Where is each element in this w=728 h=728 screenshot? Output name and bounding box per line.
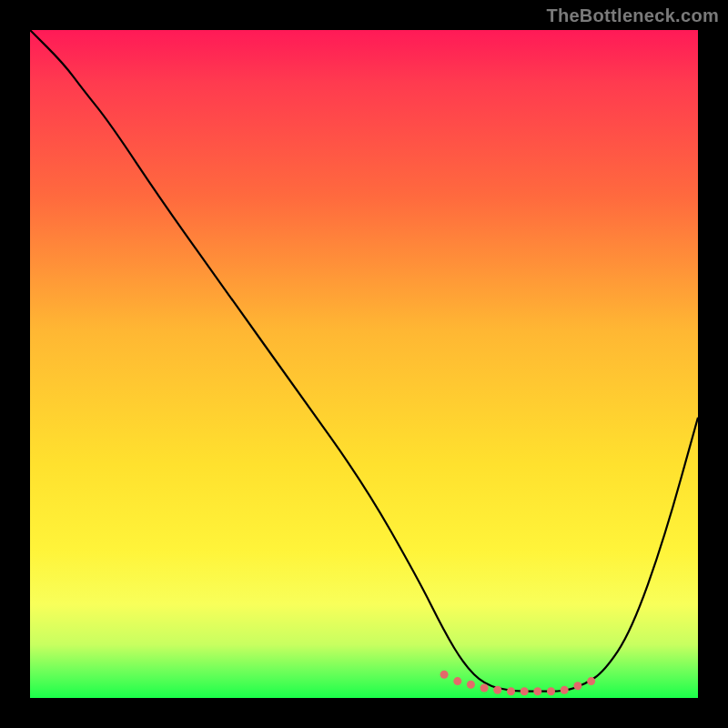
min-dot [573,682,581,690]
min-dot [507,687,515,695]
min-dot [587,677,595,685]
min-dot [467,681,475,689]
min-dot [453,677,461,685]
min-dot [480,684,489,693]
min-dot [547,687,555,695]
min-dot [521,687,529,695]
plot-area [30,30,698,698]
min-dot [493,686,501,694]
curve-path [30,30,698,692]
watermark-text: TheBottleneck.com [546,5,719,26]
chart-container: TheBottleneck.com [0,0,728,728]
min-dots-group [440,671,595,695]
bottleneck-curve [30,30,698,698]
min-dot [440,671,449,679]
min-dot [533,687,541,695]
min-dot [561,686,569,694]
